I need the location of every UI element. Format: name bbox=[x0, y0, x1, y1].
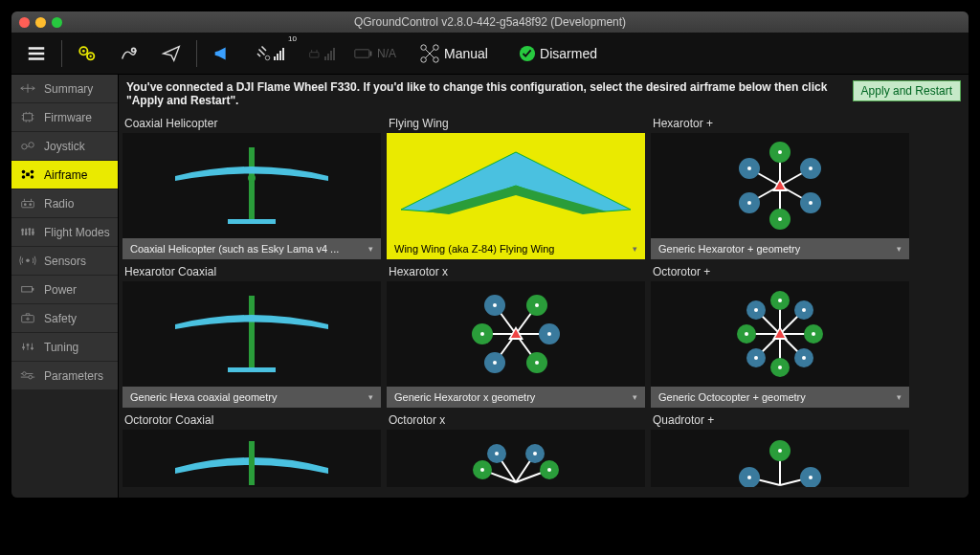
plane-icon bbox=[19, 82, 36, 96]
tuning-icon bbox=[19, 341, 36, 354]
sidebar-item-power[interactable]: Power bbox=[11, 276, 118, 304]
airframe-select[interactable]: Wing Wing (aka Z-84) Flying Wing bbox=[387, 238, 645, 259]
gps-status-button[interactable]: 10 bbox=[245, 36, 293, 71]
hexarotor-graphic-icon bbox=[723, 138, 837, 233]
sidebar-item-label: Parameters bbox=[44, 369, 103, 383]
svg-point-37 bbox=[23, 372, 27, 376]
toolbar-divider bbox=[61, 40, 62, 67]
quadcopter-icon bbox=[419, 43, 440, 64]
airframe-card-hexarotor-coaxial[interactable]: Hexarotor Coaxial Generic Hexa coaxial g… bbox=[122, 263, 381, 408]
card-title: Octorotor + bbox=[651, 263, 909, 281]
arm-status-button[interactable]: Disarmed bbox=[505, 36, 611, 71]
svg-rect-7 bbox=[309, 52, 318, 56]
flying-wing-graphic-icon bbox=[391, 138, 640, 233]
sidebar-item-label: Safety bbox=[44, 312, 77, 325]
airframe-card-coaxial-heli[interactable]: Coaxial Helicopter Coaxial Helicopter (s… bbox=[122, 115, 381, 259]
top-toolbar: 10 N/A Manual Disarmed bbox=[11, 33, 969, 75]
airframe-card-octorotor-x[interactable]: Octorotor x bbox=[387, 411, 645, 487]
arm-status-label: Disarmed bbox=[540, 46, 597, 61]
svg-point-2 bbox=[82, 49, 85, 52]
titlebar: QGroundControl v2.8.0-442-g5a48f92 (Deve… bbox=[11, 11, 969, 33]
fly-view-button[interactable] bbox=[152, 36, 190, 71]
airframe-card-hexarotor-x[interactable]: Hexarotor x Generic Hexarotor bbox=[387, 263, 645, 408]
svg-point-99 bbox=[754, 308, 758, 312]
plan-view-button[interactable] bbox=[110, 36, 148, 71]
airframe-select[interactable]: Generic Octocopter + geometry bbox=[651, 387, 909, 408]
apply-restart-button[interactable]: Apply and Restart bbox=[853, 80, 961, 101]
svg-point-19 bbox=[31, 170, 34, 174]
sidebar-item-sensors[interactable]: Sensors bbox=[11, 247, 118, 276]
svg-point-54 bbox=[747, 166, 751, 170]
airframe-select[interactable]: Generic Hexa coaxial geometry bbox=[122, 387, 381, 408]
svg-point-110 bbox=[480, 468, 484, 472]
paper-plane-icon bbox=[161, 43, 182, 64]
airframe-graphic bbox=[122, 281, 381, 387]
svg-point-95 bbox=[802, 356, 806, 360]
sidebar-item-flight-modes[interactable]: Flight Modes bbox=[11, 218, 118, 247]
parameters-icon bbox=[19, 369, 36, 383]
airframe-card-quadrotor-plus[interactable]: Quadrotor + bbox=[651, 411, 909, 487]
airframe-card-octorotor-plus[interactable]: Octorotor + bbox=[651, 263, 909, 408]
setup-sidebar: Summary Firmware Joystick Airframe Radio… bbox=[11, 75, 119, 498]
toolbar-divider bbox=[196, 40, 197, 67]
sidebar-item-tuning[interactable]: Tuning bbox=[11, 333, 118, 362]
airframe-select[interactable]: Coaxial Helicopter (such as Esky Lama v4… bbox=[122, 238, 381, 259]
messages-button[interactable] bbox=[203, 36, 241, 71]
megaphone-icon bbox=[212, 43, 233, 64]
svg-point-96 bbox=[778, 366, 782, 369]
svg-rect-15 bbox=[24, 114, 33, 121]
sidebar-item-label: Summary bbox=[44, 82, 93, 96]
svg-rect-36 bbox=[31, 347, 33, 349]
app-window: QGroundControl v2.8.0-442-g5a48f92 (Deve… bbox=[11, 11, 969, 498]
airframe-card-flying-wing[interactable]: Flying Wing Wing Wing (aka Z-84) Flying … bbox=[387, 115, 645, 259]
svg-point-53 bbox=[778, 217, 782, 221]
airframe-graphic bbox=[651, 133, 909, 238]
sidebar-item-firmware[interactable]: Firmware bbox=[11, 103, 118, 132]
setup-view-button[interactable] bbox=[68, 36, 106, 71]
sidebar-item-joystick[interactable]: Joystick bbox=[11, 132, 118, 161]
card-title: Coaxial Helicopter bbox=[122, 115, 381, 133]
airframe-content: You've connected a DJI Flame Wheel F330.… bbox=[119, 75, 969, 498]
airframe-card-octorotor-coaxial[interactable]: Octorotor Coaxial bbox=[122, 411, 381, 487]
rc-status-button[interactable] bbox=[297, 36, 345, 71]
battery-status-button[interactable]: N/A bbox=[348, 36, 402, 71]
airframe-graphic bbox=[651, 430, 909, 487]
svg-point-26 bbox=[21, 229, 24, 232]
zoom-window-button[interactable] bbox=[52, 17, 62, 28]
sidebar-item-radio[interactable]: Radio bbox=[11, 189, 118, 218]
airframe-icon bbox=[19, 168, 36, 182]
sidebar-item-airframe[interactable]: Airframe bbox=[11, 161, 118, 189]
battery-icon bbox=[354, 48, 373, 59]
svg-point-6 bbox=[265, 56, 270, 60]
signal-bars-icon bbox=[274, 47, 284, 60]
plane-graphic-icon bbox=[156, 430, 347, 487]
airframe-grid: Coaxial Helicopter Coaxial Helicopter (s… bbox=[119, 115, 969, 498]
airframe-select[interactable]: Generic Hexarotor x geometry bbox=[387, 387, 645, 408]
hamburger-menu-button[interactable] bbox=[17, 36, 56, 71]
svg-point-118 bbox=[778, 449, 782, 453]
svg-point-108 bbox=[495, 452, 499, 455]
octo-partial-icon bbox=[458, 430, 573, 487]
svg-rect-9 bbox=[370, 51, 372, 56]
sidebar-item-summary[interactable]: Summary bbox=[11, 75, 118, 103]
airframe-card-hexarotor-plus[interactable]: Hexarotor + Generic Hexarotor bbox=[651, 115, 909, 259]
gears-icon bbox=[77, 43, 98, 64]
close-window-button[interactable] bbox=[19, 17, 30, 28]
airframe-select[interactable]: Generic Hexarotor + geometry bbox=[651, 238, 909, 259]
svg-point-97 bbox=[754, 356, 758, 360]
sidebar-item-parameters[interactable]: Parameters bbox=[11, 362, 118, 390]
signal-bars-icon bbox=[324, 47, 335, 60]
sidebar-item-safety[interactable]: Safety bbox=[11, 304, 118, 333]
svg-point-92 bbox=[778, 299, 782, 302]
svg-point-98 bbox=[745, 332, 748, 336]
minimize-window-button[interactable] bbox=[35, 17, 46, 28]
svg-point-73 bbox=[547, 332, 551, 336]
svg-point-70 bbox=[493, 303, 497, 307]
svg-point-25 bbox=[29, 204, 32, 207]
card-title: Flying Wing bbox=[387, 115, 645, 133]
svg-point-94 bbox=[812, 332, 815, 336]
flight-mode-button[interactable]: Manual bbox=[406, 36, 501, 71]
svg-point-18 bbox=[22, 170, 26, 174]
flight-mode-label: Manual bbox=[444, 46, 488, 61]
svg-rect-31 bbox=[22, 287, 33, 292]
